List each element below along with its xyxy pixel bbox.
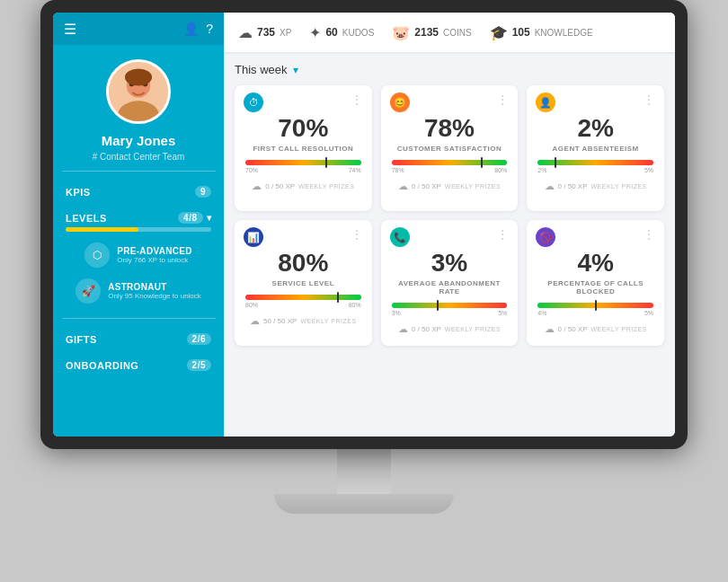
kpis-section: KPIS 9 xyxy=(53,181,224,207)
gauge-1: 70% 74% xyxy=(245,160,361,173)
stat-coins: 🐷 2135 COINS xyxy=(392,24,471,41)
card-menu-4[interactable]: ⋮ xyxy=(351,227,363,242)
card-percent-3: 2% xyxy=(537,116,653,141)
gauge-3: 2% 5% xyxy=(537,160,653,173)
help-icon[interactable]: ? xyxy=(206,22,213,36)
user-icon[interactable]: 👤 xyxy=(183,22,199,36)
card-footer-2: ☁ 0 / 50 XP WEEKLY PRIZES xyxy=(392,181,508,192)
card-icon-3: 👤 xyxy=(536,93,555,112)
svg-point-5 xyxy=(125,69,152,86)
footer-label-1: WEEKLY PRIZES xyxy=(298,183,354,190)
card-menu-3[interactable]: ⋮ xyxy=(643,93,655,107)
gauge-labels-5: 3% 5% xyxy=(392,310,508,316)
card-icon-1: ⏱ xyxy=(244,93,263,112)
card-menu-6[interactable]: ⋮ xyxy=(643,227,655,242)
level-item-astronaut: 🚀 ASTRONAUT Only 95 Knowledge to unlock xyxy=(63,278,214,304)
gauge-fill-1 xyxy=(245,160,361,165)
gauge-marker-4 xyxy=(337,292,339,303)
knowledge-label: KNOWLEDGE xyxy=(535,28,593,38)
levels-badge: 4/8 xyxy=(178,212,202,224)
onboarding-label: ONBOARDING xyxy=(66,360,138,371)
level-item-pre-advanced: ⬡ PRE-ADVANCED Only 766 XP to unlock xyxy=(72,242,204,268)
sidebar-top-icons: 👤 ? xyxy=(183,22,213,36)
xp-label: XP xyxy=(280,28,291,38)
content-area: This week ▾ ⏱ ⋮ 70% FIRST CALL RESOLUTIO… xyxy=(224,52,675,436)
gauge-bar-1 xyxy=(245,160,361,165)
gauge-label-right-3: 5% xyxy=(644,167,653,173)
gauge-marker-2 xyxy=(481,157,483,168)
card-footer-5: ☁ 0 / 50 XP WEEKLY PRIZES xyxy=(392,323,508,335)
levels-chevron[interactable]: ▾ xyxy=(207,213,212,223)
card-percent-5: 3% xyxy=(392,251,508,276)
kpis-badge: 9 xyxy=(195,186,211,198)
monitor-stand-base xyxy=(274,494,454,514)
kpis-label: KPIS xyxy=(66,187,91,198)
card-title-5: AVERAGE ABANDONMENT RATE xyxy=(392,279,508,295)
gauge-labels-2: 78% 80% xyxy=(392,167,508,173)
gauge-label-right-5: 5% xyxy=(498,310,507,316)
card-title-2: CUSTOMER SATISFACTION xyxy=(392,145,508,153)
onboarding-header: ONBOARDING 2/5 xyxy=(66,359,211,371)
gauge-label-right-4: 80% xyxy=(349,302,361,308)
top-bar: ☁ 735 XP ✦ 60 KUDOS 🐷 2135 COINS xyxy=(224,13,675,52)
monitor-stand-neck xyxy=(337,449,391,494)
gauge-labels-1: 70% 74% xyxy=(245,167,361,173)
hamburger-icon[interactable]: ☰ xyxy=(64,21,76,38)
avatar xyxy=(106,59,171,124)
xp-value: 735 xyxy=(257,26,275,39)
footer-cloud-6: ☁ xyxy=(545,323,555,335)
user-name: Mary Jones xyxy=(102,133,176,148)
card-menu-5[interactable]: ⋮ xyxy=(496,227,509,242)
gauge-labels-3: 2% 5% xyxy=(537,167,653,173)
footer-label-6: WEEKLY PRIZES xyxy=(590,326,646,332)
card-first-call-resolution: ⏱ ⋮ 70% FIRST CALL RESOLUTION 70% xyxy=(235,85,372,211)
card-percent-1: 70% xyxy=(245,116,361,141)
card-footer-1: ☁ 0 / 50 XP WEEKLY PRIZES xyxy=(245,181,361,192)
kudos-label: KUDOS xyxy=(342,28,375,38)
footer-xp-5: 0 / 50 XP xyxy=(412,325,441,333)
gauge-label-left-3: 2% xyxy=(537,167,546,173)
card-menu-1[interactable]: ⋮ xyxy=(351,93,363,107)
monitor-body: ☰ 👤 ? xyxy=(40,0,688,449)
card-title-1: FIRST CALL RESOLUTION xyxy=(245,145,361,153)
card-menu-2[interactable]: ⋮ xyxy=(496,93,509,107)
footer-xp-3: 0 / 50 XP xyxy=(558,182,588,190)
level-icon-rocket: 🚀 xyxy=(75,278,101,304)
gauge-label-left-1: 70% xyxy=(245,167,258,173)
card-calls-blocked: 🚫 ⋮ 4% PERCENTAGE OF CALLS BLOCKED xyxy=(527,220,664,346)
gauge-label-right-1: 74% xyxy=(349,167,361,173)
gauge-bar-2 xyxy=(392,160,508,165)
card-footer-6: ☁ 0 / 50 XP WEEKLY PRIZES xyxy=(537,323,653,335)
gauge-fill-5 xyxy=(392,303,508,308)
week-selector[interactable]: This week ▾ xyxy=(235,63,664,76)
knowledge-icon: 🎓 xyxy=(490,24,508,41)
level-name-astronaut: ASTRONAUT xyxy=(108,282,201,292)
footer-label-5: WEEKLY PRIZES xyxy=(445,326,501,332)
cards-grid: ⏱ ⋮ 70% FIRST CALL RESOLUTION 70% xyxy=(235,85,664,346)
gauge-5: 3% 5% xyxy=(392,303,508,316)
monitor-wrapper: ☰ 👤 ? xyxy=(0,0,728,582)
footer-cloud-5: ☁ xyxy=(398,323,408,335)
main-content: ☁ 735 XP ✦ 60 KUDOS 🐷 2135 COINS xyxy=(224,13,675,436)
gauge-fill-2 xyxy=(392,160,508,165)
level-text-astronaut: ASTRONAUT Only 95 Knowledge to unlock xyxy=(108,282,201,300)
divider-2 xyxy=(62,318,216,319)
gauge-6: 4% 5% xyxy=(537,303,653,316)
card-title-6: PERCENTAGE OF CALLS BLOCKED xyxy=(537,279,653,295)
kudos-icon: ✦ xyxy=(309,24,321,41)
divider-1 xyxy=(62,171,216,172)
gauge-labels-4: 80% 80% xyxy=(245,302,361,308)
footer-xp-1: 0 / 50 XP xyxy=(265,182,295,190)
avatar-image xyxy=(109,60,168,123)
xp-icon: ☁ xyxy=(238,24,253,41)
levels-progress-fill xyxy=(66,227,138,232)
gauge-labels-6: 4% 5% xyxy=(537,310,653,316)
gauge-label-left-6: 4% xyxy=(537,310,546,316)
levels-label: LEVELS xyxy=(66,213,107,224)
stat-xp: ☁ 735 XP xyxy=(238,24,291,41)
footer-label-3: WEEKLY PRIZES xyxy=(590,183,646,190)
card-agent-absenteeism: 👤 ⋮ 2% AGENT ABSENTEEISM 2% xyxy=(527,85,664,211)
knowledge-value: 105 xyxy=(512,26,530,39)
card-footer-3: ☁ 0 / 50 XP WEEKLY PRIZES xyxy=(537,181,653,192)
footer-cloud-4: ☁ xyxy=(250,315,260,327)
